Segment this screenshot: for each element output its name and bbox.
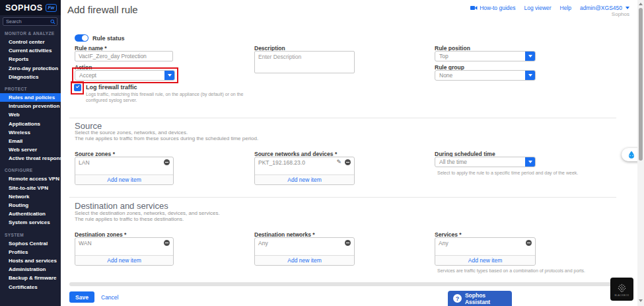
add-new-item-button[interactable]: Add new item — [255, 255, 354, 265]
sidebar-item-applications[interactable]: Applications — [0, 120, 61, 128]
sophos-assistant-button[interactable]: ? Sophos Assistant — [448, 291, 512, 306]
rule-position-select[interactable]: Top — [435, 51, 536, 61]
scroll-up-icon[interactable] — [639, 3, 643, 5]
sidebar-item-administration[interactable]: Administration — [0, 265, 61, 274]
rule-group-select[interactable]: None — [435, 70, 536, 81]
sidebar-item-zero-day-protection[interactable]: Zero-day protection — [0, 64, 61, 73]
source-desc-1: Select the source zones, networks, and d… — [75, 130, 188, 135]
sidebar: SOPHOS Fw MONITOR & ANALYZEControl cente… — [0, 0, 61, 306]
sidebar-item-authentication[interactable]: Authentication — [0, 210, 61, 218]
account-menu[interactable]: admin@XGS450 — [580, 5, 629, 11]
scheduled-time-select[interactable]: All the time — [435, 157, 536, 167]
remove-icon[interactable] — [164, 240, 170, 246]
destination-desc-1: Select the destination zones, networks, … — [75, 210, 220, 216]
list-item: PKT_192.168.23.0 ✎ — [255, 157, 354, 167]
account-subtitle: Sophos — [612, 11, 629, 17]
video-icon — [470, 5, 478, 11]
sidebar-item-profiles[interactable]: Profiles — [0, 248, 61, 256]
sidebar-item-diagnostics[interactable]: Diagnostics — [0, 73, 61, 81]
dropdown-arrow-icon[interactable] — [164, 71, 174, 80]
page-title: Add firewall rule — [67, 4, 138, 15]
edit-icon[interactable]: ✎ — [336, 159, 341, 165]
how-to-guides-link[interactable]: How-to guides — [470, 5, 515, 11]
search-input[interactable] — [3, 19, 49, 24]
save-button[interactable]: Save — [69, 291, 94, 303]
log-viewer-link[interactable]: Log viewer — [524, 5, 551, 11]
destination-desc-2: The rule applies to traffic to these des… — [75, 216, 184, 222]
rule-status-toggle[interactable] — [75, 34, 89, 42]
vertical-scrollbar[interactable] — [637, 0, 644, 306]
description-textarea[interactable] — [254, 51, 355, 73]
list-item: Any — [435, 238, 535, 248]
list-item: Any — [255, 238, 354, 248]
action-select[interactable]: Accept — [75, 70, 175, 81]
add-new-item-button[interactable]: Add new item — [435, 255, 535, 265]
rule-name-input[interactable] — [75, 51, 173, 61]
source-zones-box: LAN Add new item — [75, 157, 174, 185]
section-divider — [69, 118, 616, 118]
sidebar-item-hosts-and-services[interactable]: Hosts and services — [0, 256, 61, 265]
remove-icon[interactable] — [526, 240, 532, 246]
dropdown-arrow-icon[interactable] — [525, 71, 535, 80]
sidebar-item-backup-firmware[interactable]: Backup & firmware — [0, 274, 61, 282]
sidebar-item-network[interactable]: Network — [0, 192, 61, 201]
log-firewall-traffic-checkbox[interactable] — [74, 84, 81, 91]
dotted-globe-icon — [616, 282, 627, 293]
sidebar-item-sophos-central[interactable]: Sophos Central — [0, 239, 61, 248]
list-item: WAN — [75, 238, 173, 248]
help-link[interactable]: Help — [560, 5, 571, 11]
sidebar-item-rules-and-policies[interactable]: Rules and policies — [0, 93, 61, 102]
sidebar-item-remote-access-vpn[interactable]: Remote access VPN — [0, 174, 61, 183]
sidebar-nav: MONITOR & ANALYZEControl centerCurrent a… — [0, 26, 61, 291]
check-icon — [75, 85, 79, 89]
scrollbar-thumb[interactable] — [639, 8, 643, 161]
horizontal-scrollbar[interactable] — [69, 282, 616, 286]
sidebar-section-monitor-analyze: MONITOR & ANALYZE — [5, 31, 61, 36]
add-new-item-button[interactable]: Add new item — [75, 174, 173, 184]
dropdown-arrow-icon[interactable] — [525, 52, 535, 61]
blackbox-watermark: BLACKBOX — [610, 278, 633, 301]
sidebar-item-web[interactable]: Web — [0, 110, 61, 119]
sophos-logo: SOPHOS Fw — [0, 0, 61, 15]
remove-icon[interactable] — [164, 159, 170, 165]
destination-zones-box: WAN Add new item — [75, 237, 174, 266]
services-box: Any Add new item — [435, 237, 536, 266]
app-window: SOPHOS Fw MONITOR & ANALYZEControl cente… — [0, 0, 644, 306]
sidebar-item-wireless[interactable]: Wireless — [0, 128, 61, 137]
sidebar-item-system-services[interactable]: System services — [0, 218, 61, 227]
question-icon: ? — [453, 294, 462, 303]
add-new-item-button[interactable]: Add new item — [75, 255, 173, 265]
add-new-item-button[interactable]: Add new item — [255, 174, 354, 184]
sidebar-item-intrusion-prevention[interactable]: Intrusion prevention — [0, 102, 61, 110]
rule-status-label: Rule status — [92, 35, 125, 42]
sidebar-section-system: SYSTEM — [5, 233, 61, 237]
search-icon[interactable] — [49, 19, 57, 24]
remove-icon[interactable] — [345, 240, 351, 246]
toggle-knob — [82, 35, 88, 41]
source-desc-2: The rule applies to traffic from these s… — [75, 135, 258, 141]
log-traffic-help: Logs traffic, matching this firewall rul… — [86, 91, 251, 103]
sidebar-item-control-center[interactable]: Control center — [0, 38, 61, 46]
cancel-button[interactable]: Cancel — [101, 294, 118, 301]
chevron-down-icon — [626, 7, 629, 9]
list-item: LAN — [75, 157, 173, 167]
sidebar-item-current-activities[interactable]: Current activities — [0, 46, 61, 55]
sidebar-item-reports[interactable]: Reports — [0, 55, 61, 63]
sidebar-item-routing[interactable]: Routing — [0, 201, 61, 210]
sidebar-item-email[interactable]: Email — [0, 137, 61, 145]
destination-networks-box: Any Add new item — [254, 237, 355, 266]
services-help: Services are traffic types based on a co… — [437, 268, 622, 274]
dropdown-arrow-icon[interactable] — [525, 157, 535, 167]
sidebar-search[interactable] — [3, 17, 57, 26]
sidebar-section-protect: PROTECT — [5, 87, 61, 91]
sidebar-item-web-server[interactable]: Web server — [0, 145, 61, 154]
firewall-badge-icon: Fw — [46, 4, 57, 12]
sidebar-item-active-threat-response[interactable]: Active threat response — [0, 154, 61, 163]
remove-icon[interactable] — [345, 159, 351, 165]
scheduled-time-help: Select to apply the rule to a specific t… — [437, 170, 609, 176]
section-divider — [69, 197, 616, 198]
source-networks-box: PKT_192.168.23.0 ✎ Add new item — [254, 157, 355, 185]
scroll-down-icon[interactable] — [639, 299, 643, 302]
sidebar-item-site-to-site-vpn[interactable]: Site-to-site VPN — [0, 184, 61, 192]
sidebar-item-certificates[interactable]: Certificates — [0, 283, 61, 291]
